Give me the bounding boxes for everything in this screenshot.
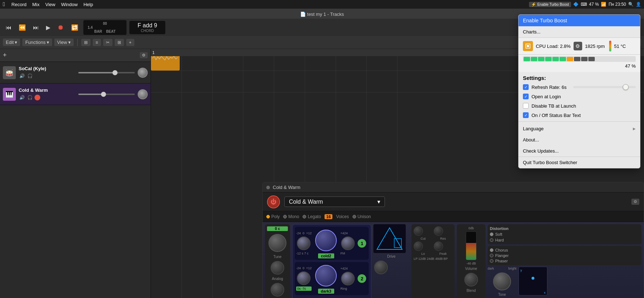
track-headphone-btn[interactable]: 🎧: [27, 94, 33, 101]
refresh-rate-row: ✓ Refresh Rate: 6s: [519, 82, 640, 92]
unison-mode-btn[interactable]: Unison: [353, 214, 371, 219]
osc1-pitch-knob[interactable]: [297, 236, 310, 250]
chorus-option[interactable]: Chorus: [490, 248, 639, 252]
track-volume-slider[interactable]: [78, 94, 135, 95]
synth-title-bar: Cold & Warm: [263, 182, 644, 193]
functions-menu[interactable]: Functions ▾: [22, 39, 52, 46]
language-item[interactable]: Language ▶: [519, 123, 640, 134]
rewind-btn[interactable]: ⏮: [4, 24, 14, 32]
flanger-option[interactable]: Flanger: [490, 253, 639, 258]
menu-record[interactable]: Record: [9, 2, 29, 7]
title-icon: 📄: [300, 12, 306, 17]
phaser-label: Phaser: [495, 259, 508, 263]
back-btn[interactable]: ⏪: [17, 23, 28, 32]
soft-dist-option[interactable]: Soft: [490, 232, 639, 236]
options-btn[interactable]: ⚙: [140, 52, 148, 58]
legato-mode-btn[interactable]: Legato: [303, 214, 321, 219]
blend-label: Blend: [466, 289, 476, 293]
power-button[interactable]: ⏻: [267, 195, 280, 208]
merge-btn[interactable]: ⊞: [115, 39, 124, 46]
disable-label: Disable TB at Launch: [532, 103, 576, 109]
check-updates-item[interactable]: Check Updates...: [519, 145, 640, 157]
table-row: 🎹 Cold & Warm 🔊 🎧: [0, 83, 151, 105]
track-headphone-btn[interactable]: 🎧: [27, 73, 33, 79]
synth-settings-btn[interactable]: ⚙: [631, 199, 639, 205]
osc2-val: 0s -7c: [296, 286, 312, 291]
blend-knob[interactable]: [464, 273, 478, 286]
charts-item[interactable]: Charts...: [519, 26, 640, 38]
loop-btn[interactable]: 🔁: [69, 23, 80, 32]
refresh-checkbox[interactable]: ✓: [523, 84, 529, 90]
volume-fader[interactable]: [466, 231, 477, 260]
refresh-slider[interactable]: [573, 86, 636, 88]
scissors-btn[interactable]: ✂: [103, 39, 112, 46]
osc1-wave: cold2: [314, 228, 338, 258]
filter-res-knob[interactable]: [434, 226, 443, 236]
osc1-controls: -24 0 +12 -12 s 7 c: [296, 231, 312, 255]
user-icon[interactable]: 👤: [636, 2, 641, 7]
status-label: On / Off Status Bar Text: [532, 113, 581, 118]
osc2-fm: +424 Ring: [340, 267, 355, 290]
track-pan-knob[interactable]: [138, 68, 148, 78]
xy-pad[interactable]: x y: [519, 267, 547, 295]
about-item[interactable]: About...: [519, 134, 640, 145]
osc2-pitch-knob[interactable]: [297, 271, 310, 285]
chorus-radio: [490, 248, 493, 252]
menu-mix[interactable]: Mix: [29, 2, 42, 7]
track-name: SoCal (Kyle): [19, 66, 75, 71]
filter-lo-knob[interactable]: [414, 241, 423, 251]
search-icon[interactable]: 🔍: [628, 2, 634, 7]
track-speaker-btn[interactable]: 🔊: [19, 73, 25, 79]
preset-name: Cold & Warm: [289, 199, 323, 205]
add-track-btn[interactable]: +: [3, 51, 7, 59]
analog-knob[interactable]: [271, 261, 284, 275]
cpu-seg-7: [567, 57, 573, 61]
osc2-fm-knob[interactable]: [341, 272, 355, 285]
quit-item[interactable]: Quit Turbo Boost Switcher: [519, 157, 640, 168]
unison-radio: [353, 215, 356, 218]
grid-view-btn[interactable]: ⊞: [81, 39, 91, 46]
cpu-pct-row: 47 %: [523, 63, 636, 69]
edit-menu[interactable]: Edit ▾: [3, 39, 20, 46]
track-volume-slider[interactable]: [78, 72, 135, 73]
osc1-fm-knob[interactable]: [341, 236, 355, 250]
snap-btn[interactable]: ⌖: [126, 39, 134, 46]
osc1-wave-knob[interactable]: [315, 230, 337, 251]
glide-knob[interactable]: [271, 283, 284, 297]
filter-cut-knob[interactable]: [414, 226, 423, 236]
view-menu[interactable]: View ▾: [54, 39, 74, 46]
filter-peak-knob[interactable]: [434, 241, 443, 251]
track-record-btn[interactable]: [34, 95, 40, 100]
poly-mode-btn[interactable]: Poly: [266, 214, 280, 219]
hard-dist-option[interactable]: Hard: [490, 238, 639, 242]
record-btn[interactable]: ⏺: [55, 23, 66, 32]
filter-lp[interactable]: LP: [414, 257, 418, 261]
preset-selector[interactable]: Cold & Warm ▾: [284, 197, 385, 207]
turbo-status-icon[interactable]: ⚡ Enable Turbo Boost: [529, 2, 571, 7]
synth-close-dot[interactable]: [266, 186, 270, 189]
play-btn[interactable]: ▶: [44, 23, 52, 32]
apple-icon[interactable]: : [3, 1, 5, 8]
phaser-option[interactable]: Phaser: [490, 259, 639, 263]
mono-mode-btn[interactable]: Mono: [283, 214, 299, 219]
login-label: Open at Login: [532, 94, 561, 99]
filter-bp[interactable]: BP: [443, 257, 448, 261]
tune-knob[interactable]: [268, 234, 286, 252]
status-checkbox[interactable]: ✓: [523, 112, 529, 118]
drive-knob[interactable]: [374, 261, 388, 274]
track-pan-knob[interactable]: [138, 89, 148, 99]
track-speaker-btn[interactable]: 🔊: [19, 94, 25, 101]
tone-knob[interactable]: [493, 272, 511, 290]
flanger-label: Flanger: [495, 253, 509, 258]
flanger-radio: [490, 254, 493, 257]
menu-view[interactable]: View: [42, 2, 58, 7]
start-btn[interactable]: ⏭: [31, 24, 41, 32]
menu-help[interactable]: Help: [80, 2, 96, 7]
enable-turbo-boost-item[interactable]: Enable Turbo Boost: [519, 15, 640, 26]
login-checkbox[interactable]: ✓: [523, 94, 529, 99]
about-label: About...: [523, 137, 539, 143]
osc2-wave-knob[interactable]: [315, 265, 337, 286]
menu-window[interactable]: Window: [58, 2, 80, 7]
disable-checkbox[interactable]: [523, 103, 529, 109]
list-view-btn[interactable]: ≡: [93, 39, 101, 46]
